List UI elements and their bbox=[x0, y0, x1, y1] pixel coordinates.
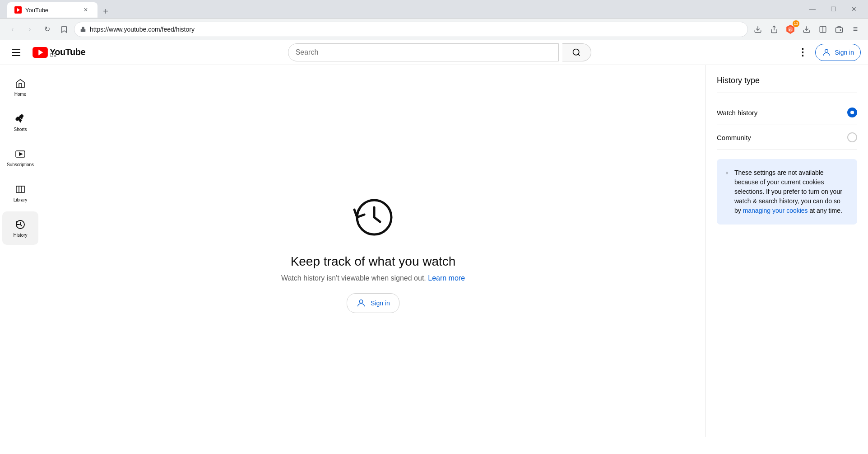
history-main-content: Keep track of what you watch Watch histo… bbox=[41, 65, 706, 437]
bookmark-icon bbox=[60, 25, 68, 33]
center-sign-in-icon bbox=[356, 298, 366, 308]
svg-text:B: B bbox=[789, 28, 792, 32]
share-button[interactable] bbox=[767, 22, 781, 37]
download-icon bbox=[754, 25, 762, 33]
menu-icon: ≡ bbox=[853, 24, 858, 34]
brave-shields-button[interactable]: B 13 bbox=[783, 22, 798, 37]
hamburger-line-3 bbox=[12, 55, 20, 56]
browser-menu-button[interactable]: ≡ bbox=[848, 22, 863, 37]
cookies-notice: These settings are not available because… bbox=[717, 159, 857, 225]
youtube-logo[interactable]: YouTube DE bbox=[32, 47, 85, 58]
community-label: Community bbox=[717, 134, 751, 141]
info-icon bbox=[726, 168, 728, 178]
url-display: https://www.youtube.com/feed/history bbox=[90, 26, 742, 33]
share-icon bbox=[770, 25, 778, 33]
header-sign-in-icon bbox=[822, 48, 831, 57]
window-minimize-button[interactable]: — bbox=[802, 2, 823, 16]
sidebar-library-label: Library bbox=[14, 197, 28, 202]
home-icon bbox=[15, 78, 26, 89]
wallet-icon bbox=[835, 25, 843, 33]
sidebar-home-label: Home bbox=[14, 92, 27, 97]
svg-marker-19 bbox=[19, 153, 22, 155]
signed-out-text: Watch history isn't viewable when signed… bbox=[281, 274, 426, 282]
watch-history-label: Watch history bbox=[717, 109, 757, 117]
downloads-icon bbox=[803, 25, 811, 33]
youtube-country-label: DE bbox=[50, 53, 85, 58]
bookmark-button[interactable] bbox=[57, 22, 71, 37]
youtube-header: YouTube DE ⋮ bbox=[0, 40, 868, 65]
watch-history-radio[interactable] bbox=[847, 108, 857, 117]
svg-point-17 bbox=[825, 49, 828, 52]
more-options-button[interactable]: ⋮ bbox=[794, 43, 812, 61]
center-sign-in-label: Sign in bbox=[371, 300, 390, 307]
watch-history-option[interactable]: Watch history bbox=[717, 100, 857, 125]
sidebar-item-history[interactable]: History bbox=[2, 211, 38, 245]
center-sign-in-button[interactable]: Sign in bbox=[347, 293, 399, 313]
svg-point-15 bbox=[573, 49, 579, 55]
library-icon bbox=[15, 184, 26, 195]
tab-title: YouTube bbox=[25, 7, 78, 14]
sidebar-item-subscriptions[interactable]: Subscriptions bbox=[2, 141, 38, 174]
sidebar-item-shorts[interactable]: Shorts bbox=[2, 106, 38, 139]
search-input[interactable] bbox=[288, 48, 558, 56]
svg-point-12 bbox=[840, 29, 841, 30]
window-close-button[interactable]: ✕ bbox=[844, 2, 864, 16]
download-page-button[interactable] bbox=[751, 22, 765, 37]
address-bar[interactable]: https://www.youtube.com/feed/history bbox=[74, 22, 748, 37]
svg-line-16 bbox=[578, 54, 580, 56]
sidebar-shorts-label: Shorts bbox=[14, 127, 27, 132]
hamburger-line-1 bbox=[12, 49, 20, 50]
history-type-panel: History type Watch history Community bbox=[706, 65, 868, 437]
svg-rect-11 bbox=[836, 28, 843, 33]
youtube-logo-icon bbox=[32, 47, 48, 58]
managing-cookies-link[interactable]: managing your cookies bbox=[743, 207, 808, 214]
community-option[interactable]: Community bbox=[717, 125, 857, 150]
cookies-notice-text: These settings are not available because… bbox=[734, 168, 848, 215]
search-button[interactable] bbox=[562, 43, 591, 61]
shorts-icon bbox=[15, 113, 26, 124]
split-view-icon bbox=[819, 25, 827, 33]
subscriptions-icon bbox=[15, 149, 26, 159]
browser-tab[interactable]: YouTube × bbox=[7, 2, 97, 18]
new-tab-button[interactable]: + bbox=[99, 5, 112, 18]
cookies-text-after: at any time. bbox=[810, 207, 842, 214]
header-sign-in-button[interactable]: Sign in bbox=[815, 44, 861, 61]
keep-track-title: Keep track of what you watch bbox=[291, 254, 456, 269]
community-radio[interactable] bbox=[847, 132, 857, 142]
refresh-icon: ↻ bbox=[44, 25, 50, 33]
history-icon-wrapper bbox=[346, 189, 400, 243]
tab-close-button[interactable]: × bbox=[81, 5, 90, 14]
back-icon: ‹ bbox=[11, 25, 14, 33]
hamburger-line-2 bbox=[12, 52, 20, 53]
sidebar-item-home[interactable]: Home bbox=[2, 70, 38, 104]
sidebar-history-label: History bbox=[13, 233, 27, 238]
split-view-button[interactable] bbox=[816, 22, 830, 37]
header-sign-in-label: Sign in bbox=[835, 49, 854, 56]
more-options-icon: ⋮ bbox=[798, 47, 808, 58]
search-icon bbox=[572, 48, 581, 57]
history-sidebar-icon bbox=[15, 219, 26, 230]
sidebar-subscriptions-label: Subscriptions bbox=[7, 162, 34, 167]
back-button[interactable]: ‹ bbox=[5, 22, 20, 37]
search-box bbox=[288, 43, 559, 61]
wallet-button[interactable] bbox=[832, 22, 846, 37]
forward-icon: › bbox=[28, 25, 31, 33]
forward-button[interactable]: › bbox=[23, 22, 37, 37]
signed-out-subtitle: Watch history isn't viewable when signed… bbox=[281, 274, 465, 282]
refresh-button[interactable]: ↻ bbox=[40, 22, 54, 37]
sidebar-item-library[interactable]: Library bbox=[2, 176, 38, 210]
lock-icon bbox=[80, 26, 86, 33]
youtube-sidebar: Home Shorts Subscriptio bbox=[0, 65, 41, 437]
brave-badge-count: 13 bbox=[793, 20, 799, 27]
hamburger-menu-button[interactable] bbox=[7, 43, 25, 61]
learn-more-link[interactable]: Learn more bbox=[428, 274, 465, 282]
history-type-title: History type bbox=[717, 76, 857, 93]
svg-point-21 bbox=[359, 300, 362, 303]
window-maximize-button[interactable]: ☐ bbox=[823, 2, 844, 16]
svg-rect-2 bbox=[81, 29, 86, 32]
downloads-button[interactable] bbox=[799, 22, 814, 37]
tab-favicon bbox=[14, 6, 22, 14]
history-clock-icon bbox=[351, 194, 396, 239]
